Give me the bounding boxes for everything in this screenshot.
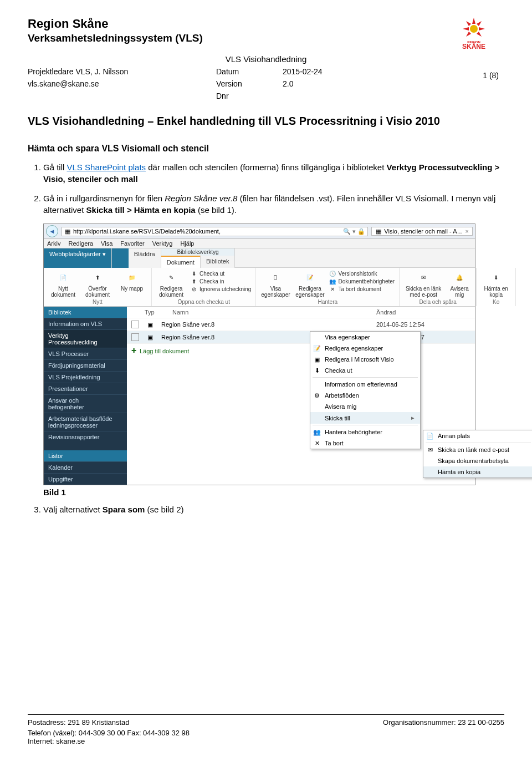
ctx-avisera-mig[interactable]: Avisera mig <box>310 401 420 412</box>
properties-icon: 🗒 <box>268 270 283 285</box>
sidebar-item-uppgifter[interactable]: Uppgifter <box>44 473 127 485</box>
sidebar-item-revisions[interactable]: Revisionsrapporter <box>44 431 127 443</box>
sidebar-item-presentationer[interactable]: Presentationer <box>44 383 127 394</box>
row-name[interactable]: Region Skåne ver.8 <box>161 321 371 328</box>
tab-title: Visio, stenciler och mall - A… <box>384 228 463 235</box>
ctx-info-efterlevnad[interactable]: Information om efterlevnad <box>310 379 420 390</box>
ctx-label: Hantera behörigheter <box>325 429 382 435</box>
ctx-redigera-visio[interactable]: ▣Redigera i Microsoft Visio <box>310 354 420 365</box>
location-icon: 📄 <box>426 433 434 440</box>
ribbon-checka-ut[interactable]: ⬇Checka ut <box>191 270 251 277</box>
ribbon-checka-in[interactable]: ⬆Checka in <box>191 278 251 285</box>
ribbon-hamta-kopia[interactable]: ⬇Hämta en kopia <box>481 270 511 298</box>
meta-row-1: Projektledare VLS, J. Nilsson Datum 2015… <box>28 67 504 76</box>
ie-menu-redigera[interactable]: Redigera <box>68 240 93 247</box>
sidebar-item-projektledning[interactable]: VLS Projektledning <box>44 371 127 383</box>
th-name[interactable]: Namn <box>172 309 371 316</box>
table-row-context: ▣ Region Skåne ver.8 ▾ 2014-06-25 12:57 … <box>127 331 475 358</box>
checkin-icon: ⬆ <box>191 278 197 285</box>
ie-menu-hjalp[interactable]: Hjälp <box>180 240 194 247</box>
ctx-sub-hamta-kopia[interactable]: Hämta en kopia <box>423 466 532 477</box>
ribbon-redigera-dokument[interactable]: ✎Redigera dokument <box>156 270 186 298</box>
sidebar-item-ansvar[interactable]: Ansvar och befogenheter <box>44 394 127 413</box>
version-label: Version <box>216 79 283 88</box>
ctx-arbetsfloden[interactable]: ⚙Arbetsflöden <box>310 390 420 401</box>
th-modified[interactable]: Ändrad <box>376 309 470 316</box>
meta-row-2: vls.skane@skane.se Version 2.0 <box>28 79 504 88</box>
ribbon-tab-dokument[interactable]: Dokument <box>161 256 201 268</box>
add-icon: ✚ <box>131 347 136 354</box>
ctx-label: Checka ut <box>325 367 352 374</box>
upload-icon: ⬆ <box>90 270 105 285</box>
new-document-icon: 📄 <box>56 270 70 285</box>
table-row[interactable]: ▣ Region Skåne ver.8 ▾ 2014-06-25 12:57 <box>127 331 475 344</box>
ribbon-ta-bort[interactable]: ✕Ta bort dokument <box>329 286 395 292</box>
author-line: Projektledare VLS, J. Nilsson <box>28 67 216 76</box>
ie-menu-verktyg[interactable]: Verktyg <box>152 240 173 247</box>
row-checkbox[interactable] <box>131 333 139 341</box>
sharepoint-link[interactable]: VLS SharePoint plats <box>67 162 146 172</box>
ribbon-tab-webbplats[interactable]: Webbplatsåtgärder ▾ <box>44 248 112 268</box>
ribbon-tab-bibliotek[interactable]: Bibliotek <box>201 256 236 268</box>
tab-close-icon[interactable]: × <box>466 228 469 235</box>
row-checkbox[interactable] <box>131 321 139 328</box>
ribbon-ny-mapp[interactable]: 📁Ny mapp <box>117 270 147 298</box>
logo-icon: REGION SKÅNE <box>452 17 496 50</box>
rbtn-label: Ignorera utcheckning <box>200 286 251 292</box>
sidebar-item-fordjupning[interactable]: Fördjupningsmaterial <box>44 359 127 371</box>
ribbon-tab-webbplats-label: Webbplatsåtgärder <box>49 251 101 257</box>
sidebar-item-arbetsmaterial[interactable]: Arbetsmaterial basflöde ledningsprocesse… <box>44 413 127 431</box>
ctx-skicka-till[interactable]: Skicka till▸ <box>310 412 420 424</box>
ribbon-ignorera[interactable]: ⊘Ignorera utcheckning <box>191 286 251 292</box>
ctx-visa-egenskaper[interactable]: Visa egenskaper <box>310 332 420 343</box>
alert-icon: 🔔 <box>452 270 467 285</box>
ribbon-overfor-dokument[interactable]: ⬆Överför dokument <box>83 270 112 298</box>
page-number: 1 (8) <box>483 71 499 80</box>
url-field[interactable]: ▦ http://klportal.i.skane.se/RSVLS/Delad… <box>62 227 368 236</box>
add-document-link[interactable]: ✚ Lägg till dokument <box>127 344 475 358</box>
sidebar-item-processer[interactable]: VLS Processer <box>44 348 127 359</box>
ctx-hantera-behorigheter[interactable]: 👥Hantera behörigheter <box>310 426 420 438</box>
svg-point-0 <box>470 25 478 33</box>
ie-menu-visa[interactable]: Visa <box>101 240 112 247</box>
ribbon-group-hantera: Hantera <box>260 299 395 305</box>
step-3-post: (se bild 2) <box>145 505 183 514</box>
ctx-sub-skapa-arbetsyta[interactable]: Skapa dokumentarbetsyta <box>423 455 532 466</box>
ie-menu-favoriter[interactable]: Favoriter <box>120 240 144 247</box>
version-value: 2.0 <box>283 79 349 88</box>
sharepoint-favicon-icon: ▦ <box>64 228 71 235</box>
folder-icon: 📁 <box>125 270 139 285</box>
ctx-ta-bort[interactable]: ✕Ta bort <box>310 438 420 449</box>
sidebar-item-kalender[interactable]: Kalender <box>44 461 127 473</box>
sidebar-item-verktyg[interactable]: Verktyg Processutveckling <box>44 329 127 348</box>
back-button[interactable]: ◄ <box>46 225 58 237</box>
ribbon-versionshistorik[interactable]: 🕓Versionshistorik <box>329 270 395 277</box>
org-title: Region Skåne <box>28 17 443 31</box>
table-row[interactable]: ▣ Region Skåne ver.8 2014-06-25 12:54 <box>127 318 475 331</box>
ctx-sub-annan-plats[interactable]: 📄Annan plats <box>423 430 532 441</box>
th-type[interactable]: Typ <box>145 309 167 316</box>
ie-menu-arkiv[interactable]: Arkiv <box>47 240 60 247</box>
step-1: Gå till VLS SharePoint plats där mallen … <box>43 161 504 185</box>
ribbon-group-oppna: Öppna och checka ut <box>156 299 251 305</box>
ribbon-visa-egenskaper[interactable]: 🗒Visa egenskaper <box>260 270 290 298</box>
sidebar-item-info[interactable]: Information om VLS <box>44 318 127 329</box>
ctx-sub-skicka-lank[interactable]: ✉Skicka en länk med e-post <box>423 444 532 455</box>
rbtn-label: Redigera egenskaper <box>295 286 325 298</box>
main-heading: VLS Visiohandledning – Enkel handledning… <box>28 114 504 128</box>
sidebar-header-listor: Listor <box>44 450 127 461</box>
ribbon-redigera-egenskaper[interactable]: 📝Redigera egenskaper <box>295 270 325 298</box>
ctx-checka-ut[interactable]: ⬇Checka ut <box>310 365 420 376</box>
sidebar-item-label: ledningsprocesser <box>48 422 122 429</box>
ribbon-skicka-lank[interactable]: ✉Skicka en länk med e-post <box>404 270 443 298</box>
ribbon-dokumentbehorigheter[interactable]: 👥Dokumentbehörigheter <box>329 278 395 285</box>
ribbon-avisera-mig[interactable]: 🔔Avisera mig <box>447 270 472 298</box>
instruction-list-cont: Välj alternativet Spara som (se bild 2) <box>43 504 504 515</box>
browser-tab[interactable]: ▦ Visio, stenciler och mall - A… × <box>371 227 473 236</box>
step-1-post: där mallen och stencilen (formerna) finn… <box>146 162 386 172</box>
instruction-list: Gå till VLS SharePoint plats där mallen … <box>43 161 504 216</box>
ribbon-nytt-dokument[interactable]: 📄Nytt dokument <box>48 270 78 298</box>
ctx-redigera-egenskaper[interactable]: 📝Redigera egenskaper <box>310 343 420 354</box>
ribbon-tab-bladdra[interactable]: Bläddra <box>129 248 161 268</box>
step-3: Välj alternativet Spara som (se bild 2) <box>43 504 504 515</box>
